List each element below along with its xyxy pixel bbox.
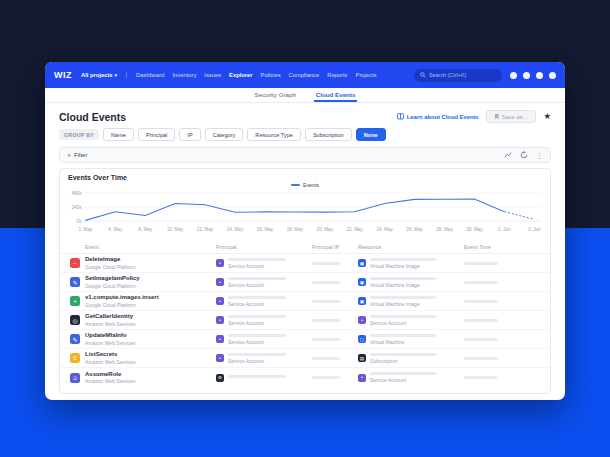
redacted-time-value (464, 281, 498, 284)
help-icon[interactable] (536, 72, 543, 79)
nav-item-inventory[interactable]: Inventory (172, 72, 196, 78)
event-provider: Amazon Web Services (85, 340, 135, 346)
svg-text:12. May: 12. May (197, 227, 214, 232)
add-filter-button[interactable]: + Filter (67, 152, 87, 159)
event-text: SetImageIamPolicyGoogle Cloud Platform (85, 275, 140, 289)
nav-item-dashboard[interactable]: Dashboard (136, 72, 164, 78)
chart-legend[interactable]: Events (68, 181, 542, 189)
column-header-event-time[interactable]: Event Time (464, 244, 540, 250)
redacted-ip-value (312, 319, 340, 322)
chart-title: Events Over Time (68, 174, 542, 181)
principal-stack (228, 375, 286, 380)
principal-type-label: Service Account (228, 282, 286, 288)
events-panel: Events Over Time Events 0k240k480k1. May… (59, 168, 551, 394)
service-account-icon: • (358, 316, 366, 324)
resource-cell: ▣Virtual Machine Image (358, 296, 464, 307)
group-by-option-ip[interactable]: IP (179, 128, 200, 141)
redacted-time-value (464, 319, 498, 322)
event-name: UpdateMfaInfo (85, 332, 135, 340)
virtual-machine-image-icon: ▣ (358, 297, 366, 305)
wiz-logo[interactable]: WIZ (54, 70, 72, 80)
service-account-icon: • (216, 316, 224, 324)
event-name: v1.compute.images.insert (85, 294, 159, 302)
table-row[interactable]: ◎GetCallerIdentityAmazon Web Services•Se… (60, 311, 550, 330)
learn-link-label: Learn about Cloud Events (407, 114, 479, 120)
svg-text:26. May: 26. May (406, 227, 423, 232)
resource-stack: Virtual Machine Image (370, 296, 436, 307)
group-by-bar: GROUP BY NamePrincipalIPCategoryResource… (59, 128, 551, 147)
group-by-option-none[interactable]: None (356, 128, 386, 141)
user-avatar-icon[interactable] (549, 72, 556, 79)
table-row[interactable]: ≡ListSecretsAmazon Web Services•Service … (60, 349, 550, 368)
redacted-resource-value (370, 334, 436, 337)
group-by-option-subscription[interactable]: Subscription (305, 128, 352, 141)
redacted-ip-value (312, 376, 340, 379)
nav-item-reports[interactable]: Reports (327, 72, 347, 78)
group-by-option-name[interactable]: Name (103, 128, 134, 141)
group-by-option-category[interactable]: Category (205, 128, 244, 141)
tab-cloud-events[interactable]: Cloud Events (314, 88, 358, 102)
redacted-resource-value (370, 372, 436, 375)
table-row[interactable]: +v1.compute.images.insertGoogle Cloud Pl… (60, 292, 550, 311)
principal-stack: Service Account (228, 353, 286, 364)
event-provider: Google Cloud Platform (85, 302, 159, 308)
principal-stack: Service Account (228, 315, 286, 326)
group-by-option-principal[interactable]: Principal (138, 128, 175, 141)
resource-type-label: Virtual Machine Image (370, 263, 436, 269)
nav-item-compliance[interactable]: Compliance (289, 72, 320, 78)
table-row[interactable]: −DeleteImageGoogle Cloud Platform•Servic… (60, 254, 550, 273)
project-selector[interactable]: All projects ▾ (81, 72, 127, 78)
principal-type-label: Service Account (228, 263, 286, 269)
column-header-principal[interactable]: Principal (216, 244, 312, 250)
nav-icon-group (510, 72, 556, 79)
legend-line-swatch (291, 184, 300, 186)
event-time-cell (464, 300, 540, 303)
principal-ip-cell (312, 281, 358, 284)
table-row[interactable]: ✎UpdateMfaInfoAmazon Web Services•Servic… (60, 330, 550, 349)
service-account-icon: • (216, 335, 224, 343)
svg-text:240k: 240k (71, 205, 82, 210)
redacted-ip-value (312, 281, 340, 284)
svg-text:1. Jun: 1. Jun (498, 227, 511, 232)
nav-item-projects[interactable]: Projects (356, 72, 377, 78)
principal-ip-cell (312, 376, 358, 379)
notifications-bell-icon[interactable] (510, 72, 517, 79)
tab-security-graph[interactable]: Security Graph (253, 88, 298, 102)
event-cell: ◎GetCallerIdentityAmazon Web Services (70, 313, 216, 327)
event-text: v1.compute.images.insertGoogle Cloud Pla… (85, 294, 159, 308)
user-event-icon: ☺ (70, 373, 80, 383)
group-by-option-resource-type[interactable]: Resource Type (247, 128, 301, 141)
events-table: EventPrincipalPrincipal IPResourceEvent … (60, 241, 550, 393)
learn-link[interactable]: Learn about Cloud Events (397, 113, 479, 120)
settings-gear-icon[interactable] (523, 72, 530, 79)
column-header-resource[interactable]: Resource (358, 244, 464, 250)
read-event-icon: ◎ (70, 315, 80, 325)
search-input[interactable]: Search (Ctrl+K) (414, 69, 502, 82)
redacted-principal-value (228, 315, 286, 318)
redacted-principal-value (228, 375, 286, 378)
column-header-principal-ip[interactable]: Principal IP (312, 244, 358, 250)
redacted-time-value (464, 376, 498, 379)
column-header-event[interactable]: Event (70, 244, 216, 250)
title-actions: Learn about Cloud Events Save as... ★ (397, 110, 551, 123)
save-as-button[interactable]: Save as... (486, 110, 537, 123)
event-time-cell (464, 262, 540, 265)
event-name: GetCallerIdentity (85, 313, 135, 321)
refresh-icon[interactable] (520, 151, 528, 159)
redacted-time-value (464, 357, 498, 360)
resource-cell: ▣Virtual Machine Image (358, 277, 464, 288)
nav-item-issues[interactable]: Issues (204, 72, 221, 78)
gear-icon: ⚙ (216, 374, 224, 382)
table-row[interactable]: ✎SetImageIamPolicyGoogle Cloud Platform•… (60, 273, 550, 292)
nav-item-explorer[interactable]: Explorer (229, 72, 253, 78)
chart-view-icon[interactable] (504, 151, 512, 159)
redacted-resource-value (370, 258, 436, 261)
table-row[interactable]: ☺AssumeRoleAmazon Web Services⚙•Service … (60, 368, 550, 387)
kebab-menu-icon[interactable]: ⋮ (536, 152, 543, 159)
service-account-icon: • (216, 278, 224, 286)
redacted-principal-value (228, 296, 286, 299)
service-account-icon: • (216, 354, 224, 362)
nav-item-policies[interactable]: Policies (261, 72, 281, 78)
favorite-star-icon[interactable]: ★ (543, 112, 551, 121)
principal-type-label: Service Account (228, 358, 286, 364)
